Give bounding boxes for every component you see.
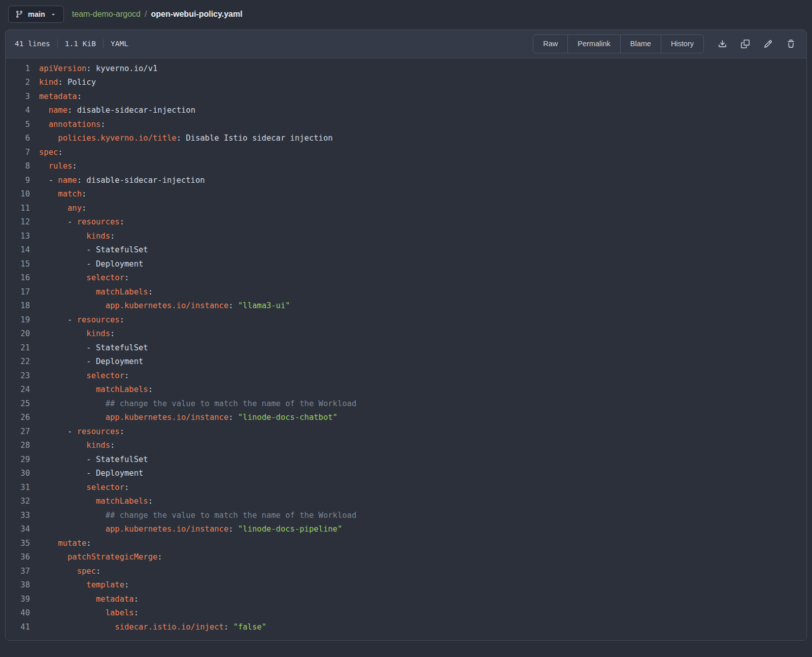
code-line: 12 - resources: <box>6 215 806 229</box>
code-line-content: kinds: <box>39 229 115 244</box>
code-line: 10 match: <box>6 187 806 202</box>
code-line: 37 spec: <box>6 565 806 579</box>
blame-button[interactable]: Blame <box>620 35 661 53</box>
code-line-content: any: <box>39 202 86 216</box>
code-line: 26 app.kubernetes.io/instance: "linode-d… <box>6 411 806 425</box>
code-line-content: - Deployment <box>39 355 143 369</box>
code-line-content: metadata: <box>39 90 82 104</box>
line-number[interactable]: 12 <box>6 215 39 229</box>
chevron-down-icon <box>50 11 57 18</box>
line-number[interactable]: 22 <box>6 355 39 369</box>
code-line-content: rules: <box>39 159 77 174</box>
line-number[interactable]: 5 <box>6 118 39 132</box>
line-number[interactable]: 25 <box>6 397 39 411</box>
line-number[interactable]: 17 <box>6 285 39 300</box>
code-line: 25 ## change the value to match the name… <box>6 397 806 411</box>
code-line: 21 - StatefulSet <box>6 341 806 355</box>
code-line: 7spec: <box>6 146 806 160</box>
line-number[interactable]: 31 <box>6 481 39 495</box>
line-number[interactable]: 32 <box>6 495 39 509</box>
line-number[interactable]: 29 <box>6 453 39 467</box>
code-line: 31 selector: <box>6 481 806 495</box>
code-line: 39 metadata: <box>6 593 806 607</box>
line-number[interactable]: 38 <box>6 578 39 593</box>
edit-file-button[interactable] <box>763 39 773 49</box>
divider <box>103 39 104 48</box>
raw-button[interactable]: Raw <box>533 35 567 53</box>
code-line: 22 - Deployment <box>6 355 806 369</box>
line-number[interactable]: 19 <box>6 313 39 327</box>
line-number[interactable]: 13 <box>6 229 39 244</box>
breadcrumb-repo-link[interactable]: team-demo-argocd <box>72 10 141 19</box>
code-line-content: - Deployment <box>39 257 143 272</box>
code-line-content: app.kubernetes.io/instance: "linode-docs… <box>39 411 337 425</box>
code-line: 15 - Deployment <box>6 257 806 272</box>
line-number[interactable]: 4 <box>6 104 39 118</box>
file-icon-actions <box>717 39 796 49</box>
line-number[interactable]: 9 <box>6 174 39 188</box>
code-line-content: - name: disable-sidecar-injection <box>39 174 205 188</box>
code-line-content: ## change the value to match the name of… <box>39 397 356 411</box>
line-number[interactable]: 1 <box>6 62 39 76</box>
line-number[interactable]: 23 <box>6 369 39 383</box>
code-line: 3metadata: <box>6 90 806 104</box>
code-line: 4 name: disable-sidecar-injection <box>6 104 806 118</box>
line-number[interactable]: 11 <box>6 202 39 216</box>
line-number[interactable]: 27 <box>6 425 39 439</box>
line-number[interactable]: 35 <box>6 537 39 551</box>
line-number[interactable]: 2 <box>6 76 39 90</box>
download-button[interactable] <box>717 39 728 49</box>
code-line: 29 - StatefulSet <box>6 453 806 467</box>
branch-selector-button[interactable]: main <box>8 6 64 23</box>
history-button[interactable]: History <box>661 35 703 53</box>
file-info: 41 lines 1.1 KiB YAML <box>15 39 128 48</box>
code-line-content: matchLabels: <box>39 285 153 300</box>
line-number[interactable]: 26 <box>6 411 39 425</box>
copy-content-button[interactable] <box>740 39 751 49</box>
delete-file-button[interactable] <box>786 39 796 49</box>
line-number[interactable]: 21 <box>6 341 39 355</box>
code-line-content: mutate: <box>39 537 91 551</box>
code-line-content: annotations: <box>39 118 106 132</box>
line-number[interactable]: 6 <box>6 132 39 146</box>
permalink-button[interactable]: Permalink <box>567 35 620 53</box>
line-number[interactable]: 10 <box>6 187 39 202</box>
file-size: 1.1 KiB <box>65 40 96 48</box>
trash-icon <box>787 40 795 48</box>
code-line: 33 ## change the value to match the name… <box>6 509 806 523</box>
line-number[interactable]: 3 <box>6 90 39 104</box>
code-line: 9 - name: disable-sidecar-injection <box>6 174 806 188</box>
line-number[interactable]: 36 <box>6 550 39 565</box>
code-line: 6 policies.kyverno.io/title: Disable Ist… <box>6 132 806 146</box>
line-number[interactable]: 7 <box>6 146 39 160</box>
code-lines: 1apiVersion: kyverno.io/v12kind: Policy3… <box>6 62 806 635</box>
code-line: 30 - Deployment <box>6 467 806 481</box>
line-number[interactable]: 16 <box>6 271 39 285</box>
line-number[interactable]: 20 <box>6 327 39 341</box>
file-language: YAML <box>111 40 128 48</box>
code-line: 14 - StatefulSet <box>6 243 806 257</box>
line-number[interactable]: 24 <box>6 383 39 397</box>
line-number[interactable]: 40 <box>6 606 39 620</box>
code-line: 19 - resources: <box>6 313 806 327</box>
code-line: 23 selector: <box>6 369 806 383</box>
code-line-content: app.kubernetes.io/instance: "linode-docs… <box>39 522 342 537</box>
line-number[interactable]: 37 <box>6 565 39 579</box>
line-number[interactable]: 30 <box>6 467 39 481</box>
view-mode-button-group: Raw Permalink Blame History <box>533 35 704 53</box>
code-line: 13 kinds: <box>6 229 806 244</box>
line-number[interactable]: 33 <box>6 509 39 523</box>
code-line-content: - resources: <box>39 425 124 439</box>
line-number[interactable]: 39 <box>6 593 39 607</box>
line-number[interactable]: 15 <box>6 257 39 272</box>
line-number[interactable]: 8 <box>6 159 39 174</box>
line-number[interactable]: 14 <box>6 243 39 257</box>
line-number[interactable]: 28 <box>6 439 39 453</box>
code-line: 20 kinds: <box>6 327 806 341</box>
code-line-content: app.kubernetes.io/instance: "llama3-ui" <box>39 299 290 313</box>
line-number[interactable]: 34 <box>6 522 39 537</box>
line-number[interactable]: 18 <box>6 299 39 313</box>
code-line: 8 rules: <box>6 159 806 174</box>
line-number[interactable]: 41 <box>6 620 39 635</box>
file-header: 41 lines 1.1 KiB YAML Raw Permalink Blam… <box>6 30 806 58</box>
